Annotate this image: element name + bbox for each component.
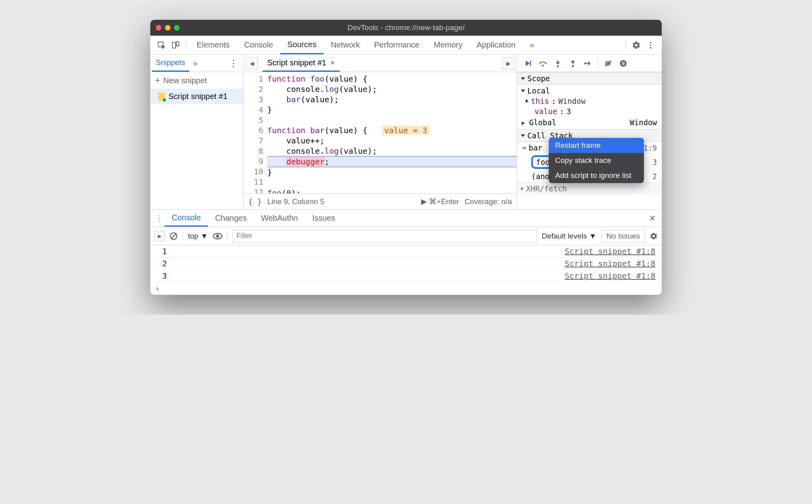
toolbar-divider	[186, 40, 186, 50]
navigator-tab-snippets[interactable]: Snippets	[152, 55, 189, 72]
navigator-tabs: Snippets » ⋮	[150, 55, 243, 72]
tab-performance[interactable]: Performance	[367, 36, 427, 54]
issues-button[interactable]: No Issues	[601, 230, 645, 242]
tab-memory[interactable]: Memory	[427, 36, 469, 54]
svg-line-16	[172, 234, 176, 238]
navigator-overflow-icon[interactable]: »	[193, 59, 197, 68]
device-toolbar-icon[interactable]	[169, 38, 183, 52]
step-over-icon[interactable]	[535, 56, 550, 71]
live-expression-icon[interactable]	[213, 233, 222, 240]
console-sidebar-toggle-icon[interactable]: ▶	[154, 231, 165, 241]
navigator-kebab-icon[interactable]: ⋮	[226, 58, 241, 69]
svg-point-10	[584, 62, 586, 64]
console-prompt[interactable]: ›	[150, 282, 662, 295]
snippet-name: Script snippet #1	[169, 92, 228, 101]
coverage-label: Coverage: n/a	[465, 197, 512, 206]
new-snippet-button[interactable]: + New snippet	[150, 72, 243, 89]
svg-rect-2	[176, 41, 179, 46]
cursor-position: Line 9, Column 5	[267, 197, 324, 206]
chevron-down-icon	[521, 77, 525, 80]
maximize-window-button[interactable]	[174, 25, 180, 31]
context-menu: Restart frame Copy stack trace Add scrip…	[549, 138, 644, 183]
svg-point-7	[542, 65, 544, 67]
main-toolbar: Elements Console Sources Network Perform…	[150, 36, 662, 55]
step-out-icon[interactable]	[565, 56, 580, 71]
close-tab-icon[interactable]: ×	[330, 58, 335, 67]
context-menu-copy-stack-trace[interactable]: Copy stack trace	[549, 153, 644, 168]
sources-panel: Snippets » ⋮ + New snippet Script snippe…	[150, 55, 662, 209]
context-menu-restart-frame[interactable]: Restart frame	[549, 138, 644, 153]
kebab-menu-icon[interactable]	[643, 38, 658, 52]
drawer: ⋮ Console Changes WebAuthn Issues × ▶ to…	[150, 209, 662, 295]
inspect-element-icon[interactable]	[154, 38, 169, 52]
log-source-link[interactable]: Script snippet #1:8	[565, 246, 655, 256]
tab-sources[interactable]: Sources	[280, 36, 324, 54]
console-toolbar: ▶ top ▼ Default levels ▼ No Issues	[150, 227, 662, 245]
console-settings-gear-icon[interactable]	[650, 232, 658, 240]
tab-elements[interactable]: Elements	[190, 36, 237, 54]
code-content[interactable]: function foo(value) { console.log(value)…	[267, 72, 517, 193]
context-menu-add-to-ignore-list[interactable]: Add script to ignore list	[549, 168, 644, 183]
step-icon[interactable]	[580, 56, 596, 71]
drawer-kebab-icon[interactable]: ⋮	[153, 211, 165, 225]
drawer-tab-console[interactable]: Console	[165, 210, 208, 227]
toggle-navigator-icon[interactable]: ◀	[246, 57, 258, 69]
scope-header[interactable]: Scope	[517, 72, 662, 85]
resume-icon[interactable]	[520, 56, 535, 71]
log-source-link[interactable]: Script snippet #1:8	[565, 259, 655, 268]
svg-rect-6	[530, 61, 531, 66]
settings-gear-icon[interactable]	[629, 38, 643, 52]
xhr-breakpoints-header[interactable]: XHR/fetch	[517, 182, 662, 195]
chevron-right-icon	[526, 99, 529, 103]
debugger-toolbar	[517, 55, 662, 72]
svg-point-3	[650, 42, 651, 43]
drawer-close-icon[interactable]: ×	[646, 212, 659, 224]
log-row: 3 Script snippet #1:8	[150, 270, 662, 282]
log-source-link[interactable]: Script snippet #1:8	[565, 271, 655, 281]
titlebar: DevTools - chrome://new-tab-page/	[150, 20, 662, 36]
snippet-list-item[interactable]: Script snippet #1	[150, 89, 243, 104]
deactivate-breakpoints-icon[interactable]	[601, 56, 616, 71]
editor-tab[interactable]: Script snippet #1 ×	[262, 55, 340, 72]
svg-point-5	[650, 47, 651, 48]
context-selector[interactable]: top ▼	[188, 232, 208, 241]
minimize-window-button[interactable]	[165, 25, 170, 31]
svg-point-9	[572, 65, 574, 67]
run-snippet-button[interactable]: ▶ ⌘+Enter	[421, 197, 459, 206]
chevron-down-icon	[521, 90, 525, 92]
tab-application[interactable]: Application	[469, 36, 523, 54]
tab-console[interactable]: Console	[237, 36, 280, 54]
inline-value-hint: value = 3	[382, 126, 429, 135]
svg-point-18	[216, 235, 219, 238]
log-levels-selector[interactable]: Default levels ▼	[542, 232, 596, 241]
clear-console-icon[interactable]	[169, 232, 178, 241]
pause-on-exceptions-icon[interactable]	[616, 56, 631, 71]
scope-local[interactable]: Local	[517, 86, 662, 96]
scope-tree: Local this: Window value: 3 GlobalWindow	[517, 85, 662, 129]
devtools-window: DevTools - chrome://new-tab-page/ Elemen…	[150, 20, 662, 295]
step-into-icon[interactable]	[550, 56, 565, 71]
close-window-button[interactable]	[156, 25, 161, 31]
drawer-tabs: ⋮ Console Changes WebAuthn Issues ×	[150, 210, 662, 227]
tab-network[interactable]: Network	[324, 36, 367, 54]
window-title: DevTools - chrome://new-tab-page/	[150, 23, 662, 32]
toolbar-divider	[626, 40, 626, 50]
pretty-print-icon[interactable]: { }	[248, 197, 262, 206]
svg-rect-14	[624, 61, 624, 65]
console-filter-input[interactable]	[232, 230, 537, 242]
drawer-tab-issues[interactable]: Issues	[305, 210, 342, 227]
scope-variable[interactable]: value: 3	[517, 106, 662, 116]
svg-point-12	[620, 60, 627, 67]
tab-overflow[interactable]: »	[523, 36, 541, 54]
drawer-tab-changes[interactable]: Changes	[208, 210, 254, 227]
plus-icon: +	[155, 75, 160, 86]
debugger-pane: Scope Local this: Window value: 3 Global…	[517, 55, 662, 209]
code-editor[interactable]: 12345678910111213 function foo(value) { …	[243, 72, 517, 193]
toggle-debugger-icon[interactable]: ▶	[502, 57, 514, 69]
main-tabs: Elements Console Sources Network Perform…	[190, 36, 622, 54]
log-row: 1 Script snippet #1:8	[150, 245, 662, 258]
svg-point-4	[650, 44, 651, 46]
scope-global[interactable]: GlobalWindow	[517, 116, 662, 128]
scope-this[interactable]: this: Window	[517, 96, 662, 106]
drawer-tab-webauthn[interactable]: WebAuthn	[254, 210, 305, 227]
